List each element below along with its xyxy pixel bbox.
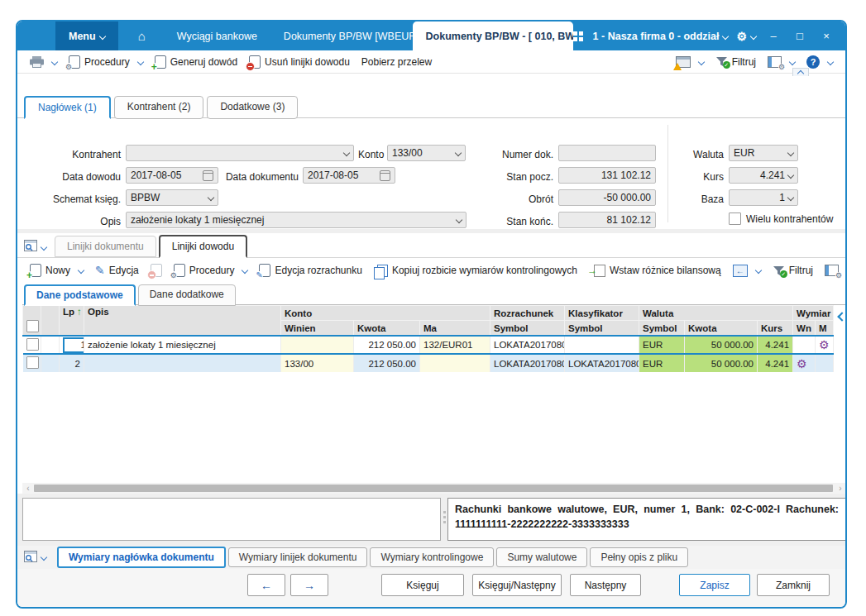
home-icon[interactable]: ⌂ (138, 29, 146, 43)
tab-linijki-dokumentu[interactable]: Linijki dokumentu (55, 236, 156, 257)
procedures-button[interactable]: ⚙ Procedury (63, 53, 149, 71)
tab-wymiary-linijek[interactable]: Wymiary linijek dokumentu (228, 547, 368, 567)
calendar-icon[interactable] (203, 170, 213, 181)
tab-pelny-opis[interactable]: Pełny opis z pliku (590, 547, 688, 567)
maximize-button[interactable]: □ (791, 30, 809, 42)
scroll-right-button[interactable]: › (835, 483, 846, 494)
lines-table-settings-button[interactable]: ⚙ (819, 262, 847, 279)
delete-proof-lines-button[interactable]: Usuń linijki dowodu (243, 53, 356, 71)
row-checkbox[interactable] (26, 356, 39, 369)
edit-settlement-button[interactable]: ✎ Edycja rozrachunku (253, 261, 367, 279)
ribbon-collapse-button[interactable] (792, 68, 809, 76)
table-row[interactable]: 1 założenie lokaty 1 miesięcznej 212 050… (23, 336, 834, 354)
titlebar-tab-wyciagi[interactable]: Wyciągi bankowe (164, 21, 270, 50)
row-select-cell[interactable] (23, 354, 41, 372)
tab-sumy-walutowe[interactable]: Sumy walutowe (496, 547, 587, 567)
m-cell[interactable]: ⚙ (816, 336, 834, 354)
data-dokumentu-field[interactable]: 2017-08-05 (303, 167, 395, 184)
header-group-rozrachunek[interactable]: Rozrachunek (490, 306, 565, 321)
panel-splitter[interactable] (443, 511, 446, 528)
header-group-klasyfikator[interactable]: Klasyfikator (565, 306, 639, 321)
horizontal-scrollbar[interactable]: ‹ › (22, 483, 846, 494)
schemat-select[interactable]: BPBW (126, 189, 218, 206)
tab-linijki-dowodu[interactable]: Linijki dowodu (159, 235, 247, 258)
filter-button[interactable]: ✓ Filtruj (710, 54, 762, 70)
header-klasyfikator-symbol[interactable]: Symbol (565, 321, 639, 337)
collapse-panel-button[interactable] (839, 308, 845, 323)
data-tabs: Dane podstawowe Dane dodatkowe (24, 284, 236, 306)
new-button[interactable]: + Nowy (24, 261, 89, 279)
header-kwota[interactable]: Kwota (354, 321, 420, 337)
ksieguj-button[interactable]: Księguj (381, 574, 464, 596)
gear-icon[interactable]: ⚙ (797, 357, 807, 370)
download-transfer-button[interactable]: Pobierz przelew (356, 54, 438, 70)
bottom-panel-view-button[interactable] (24, 551, 46, 565)
row-checkbox[interactable] (26, 338, 39, 351)
edit-button[interactable]: ✎ Edycja (89, 262, 145, 279)
next-record-button[interactable]: → (290, 574, 328, 596)
kurs-select[interactable]: 4.241 (729, 167, 798, 184)
opis-select[interactable]: założenie lokaty 1 miesięcznej (126, 212, 466, 228)
header-select-all[interactable] (23, 306, 41, 337)
header-rozrachunek-symbol[interactable]: Symbol (490, 321, 565, 337)
wielu-kontrahentow-checkbox[interactable] (729, 212, 741, 225)
generate-proof-button[interactable]: + Generuj dowód (149, 53, 243, 71)
waluta-select[interactable]: EUR (729, 145, 798, 161)
minimize-button[interactable]: – (764, 30, 782, 42)
tab-wymiary-naglowka[interactable]: Wymiary nagłówka dokumentu (57, 547, 226, 568)
zapisz-button[interactable]: Zapisz (679, 574, 750, 596)
grid-icon[interactable] (573, 31, 583, 41)
header-waluta-symbol[interactable]: Symbol (639, 321, 685, 337)
organizer-button[interactable] (670, 54, 710, 70)
header-group-wymiar[interactable]: Wymiar (793, 306, 834, 321)
header-winien[interactable]: Winien (281, 321, 354, 337)
titlebar-tab-active[interactable]: Dokumenty BP/BW - [ 010, BWEUR0 (413, 21, 573, 50)
panel-view-button[interactable] (24, 240, 46, 254)
nastepny-button[interactable]: Następny (570, 574, 641, 596)
close-button[interactable]: × (817, 30, 835, 42)
insert-balance-diff-button[interactable]: Wstaw różnice bilansową (583, 262, 727, 279)
gear-icon[interactable]: ⚙ (819, 338, 830, 351)
header-ma[interactable]: Ma (420, 321, 490, 337)
tab-dane-dodatkowe[interactable]: Dane dodatkowe (138, 284, 236, 306)
lines-procedures-button[interactable]: ⚙ Procedury (168, 261, 254, 279)
header-kurs[interactable]: Kurs (758, 321, 793, 337)
row-select-cell[interactable] (23, 336, 41, 354)
company-selector[interactable]: 1 - Nasza firma 0 - oddział (593, 31, 729, 42)
numer-dok-field[interactable] (558, 145, 656, 161)
chevron-down-icon (787, 194, 794, 201)
ksieguj-nastepny-button[interactable]: Księguj/Następny (472, 574, 562, 596)
header-wn[interactable]: Wn (793, 321, 816, 337)
data-dowodu-field[interactable]: 2017-08-05 (126, 167, 218, 184)
tab-kontrahent[interactable]: Kontrahent (2) (114, 96, 204, 119)
tab-wymiary-kontrolingowe[interactable]: Wymiary kontrolingowe (370, 547, 494, 567)
settings-menu[interactable]: ⚙ (736, 30, 756, 43)
panel-left-button[interactable]: ← (727, 262, 767, 279)
calendar-icon[interactable] (380, 170, 390, 181)
header-group-konto[interactable]: Konto (281, 306, 490, 321)
prev-record-button[interactable]: ← (247, 574, 285, 596)
select-all-checkbox[interactable] (26, 320, 39, 332)
wn-cell[interactable]: ⚙ (793, 354, 816, 372)
kontrahent-select[interactable] (126, 145, 354, 161)
copy-dimensions-button[interactable]: Kopiuj rozbicie wymiarów kontrolingowych (368, 262, 583, 279)
header-lp[interactable]: Lp↑ (60, 306, 84, 337)
header-opis[interactable]: Opis (84, 306, 281, 337)
scrollbar-thumb[interactable] (34, 485, 833, 492)
tab-dodatkowe[interactable]: Dodatkowe (3) (207, 96, 298, 119)
zamknij-button[interactable]: Zamknij (757, 574, 830, 596)
baza-select[interactable]: 1 (729, 189, 798, 206)
tab-dane-podstawowe[interactable]: Dane podstawowe (24, 284, 136, 306)
tab-naglowek[interactable]: Nagłówek (1) (24, 96, 111, 119)
header-waluta-kwota[interactable]: Kwota (685, 321, 758, 337)
print-button[interactable] (24, 54, 63, 70)
help-icon: ? (806, 55, 820, 69)
menu-button[interactable]: Menu (55, 21, 118, 50)
titlebar-tab-dokumenty-list[interactable]: Dokumenty BP/BW [WBEUR01: Wyc (270, 21, 413, 50)
header-m[interactable]: M (816, 321, 834, 337)
table-row[interactable]: 2 133/00 212 050.00 LOKATA2017080 LOKATA… (23, 354, 834, 372)
scroll-left-button[interactable]: ‹ (22, 483, 34, 494)
header-group-waluta[interactable]: Waluta (639, 306, 793, 321)
konto-select[interactable]: 133/00 (387, 145, 466, 161)
lines-filter-button[interactable]: ✓ Filtruj (767, 262, 819, 279)
